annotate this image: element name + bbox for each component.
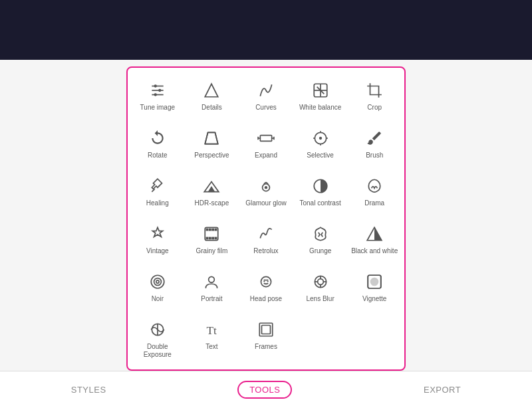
tool-details-label: Details	[201, 104, 222, 112]
tune-icon	[147, 80, 168, 101]
tool-grunge[interactable]: Grunge	[294, 218, 347, 264]
svg-point-52	[371, 278, 378, 286]
svg-rect-35	[212, 237, 213, 239]
perspective-icon	[201, 128, 222, 149]
tool-noir[interactable]: Noir	[131, 266, 184, 312]
tool-vintage-label: Vintage	[146, 247, 169, 255]
svg-text:Tt: Tt	[207, 324, 217, 337]
tool-expand[interactable]: Expand	[239, 122, 293, 169]
hdr-icon	[201, 175, 222, 197]
tab-styles[interactable]: STYLES	[61, 382, 117, 397]
tool-lens-blur-label: Lens Blur	[306, 295, 334, 303]
tab-tools[interactable]: TOOLS	[237, 381, 292, 399]
tool-grainy-film[interactable]: Grainy film	[186, 218, 239, 264]
tool-frames-label: Frames	[255, 343, 277, 351]
tool-curves-label: Curves	[255, 104, 277, 112]
brush-icon	[364, 128, 385, 149]
tool-drama[interactable]: Drama	[348, 170, 401, 217]
glamour-icon	[255, 175, 277, 197]
tool-curves[interactable]: Curves	[239, 74, 293, 121]
svg-point-38	[151, 275, 164, 288]
svg-point-41	[209, 276, 215, 282]
svg-rect-33	[207, 237, 208, 239]
tool-perspective[interactable]: Perspective	[186, 122, 239, 169]
curves-icon	[255, 80, 277, 101]
tool-healing-label: Healing	[146, 199, 169, 207]
tool-glamour-glow[interactable]: Glamour glow	[239, 170, 293, 217]
svg-point-42	[261, 276, 271, 286]
tool-tonal-label: Tonal contrast	[299, 199, 340, 207]
tool-portrait[interactable]: Portrait	[186, 266, 239, 312]
svg-point-4	[158, 89, 161, 92]
tool-head-pose[interactable]: Head pose	[239, 266, 293, 312]
tool-retrolux[interactable]: Retrolux	[239, 218, 293, 264]
tool-vignette[interactable]: Vignette	[348, 266, 401, 312]
svg-rect-34	[209, 237, 211, 239]
svg-point-17	[319, 137, 321, 140]
tool-rotate[interactable]: Rotate	[131, 122, 184, 169]
head-pose-icon	[255, 271, 277, 292]
tool-details[interactable]: Details	[186, 74, 239, 121]
tool-text-label: Text	[205, 343, 217, 351]
tool-selective[interactable]: Selective	[294, 122, 347, 169]
tool-noir-label: Noir	[152, 295, 164, 303]
svg-point-39	[154, 278, 161, 286]
drama-icon	[364, 175, 385, 197]
svg-rect-32	[215, 229, 217, 230]
svg-rect-31	[212, 229, 213, 230]
tool-white-balance[interactable]: White balance	[294, 74, 347, 121]
grunge-icon	[310, 223, 331, 245]
tool-portrait-label: Portrait	[201, 295, 222, 303]
tool-perspective-label: Perspective	[194, 152, 229, 159]
svg-rect-13	[260, 136, 271, 142]
selective-icon	[310, 128, 331, 149]
crop-icon	[364, 80, 385, 101]
svg-point-44	[267, 280, 269, 282]
tool-healing[interactable]: Healing	[131, 170, 184, 217]
tool-brush[interactable]: Brush	[348, 122, 401, 169]
text-icon: Tt	[201, 319, 222, 340]
frames-icon	[255, 319, 277, 340]
svg-line-10	[215, 132, 218, 144]
tool-brush-label: Brush	[366, 152, 383, 159]
vintage-icon	[147, 223, 168, 245]
tool-hdr-scape[interactable]: HDR-scape	[186, 170, 239, 217]
tool-tonal-contrast[interactable]: Tonal contrast	[294, 170, 347, 217]
tab-export[interactable]: EXPORT	[413, 382, 471, 397]
lens-blur-icon	[310, 271, 331, 292]
svg-point-5	[154, 93, 156, 96]
noir-icon	[147, 271, 168, 292]
svg-rect-58	[261, 326, 270, 334]
tool-grunge-label: Grunge	[309, 247, 331, 255]
double-exposure-icon	[147, 319, 168, 340]
main-content: Tune image Details Curves White balance	[0, 60, 532, 371]
tool-lens-blur[interactable]: Lens Blur	[294, 266, 347, 312]
image-preview	[0, 0, 532, 60]
svg-point-40	[156, 280, 159, 283]
tool-frames[interactable]: Frames	[239, 314, 293, 363]
tool-rotate-label: Rotate	[148, 152, 167, 159]
tool-tune-image[interactable]: Tune image	[131, 74, 184, 121]
tool-vintage[interactable]: Vintage	[131, 218, 184, 264]
tonal-icon	[310, 175, 331, 197]
details-icon	[201, 80, 222, 101]
tool-tune-image-label: Tune image	[140, 104, 175, 112]
tool-text[interactable]: Tt Text	[186, 314, 239, 363]
tool-hdr-label: HDR-scape	[195, 199, 229, 207]
tool-drama-label: Drama	[364, 199, 384, 207]
tool-double-exposure-label: Double Exposure	[134, 343, 182, 359]
tools-panel: Tune image Details Curves White balance	[126, 66, 406, 371]
tool-double-exposure[interactable]: Double Exposure	[131, 314, 184, 363]
tool-bw-label: Black and white	[351, 247, 398, 255]
svg-point-26	[265, 186, 267, 189]
tool-vignette-label: Vignette	[362, 295, 387, 303]
tool-retrolux-label: Retrolux	[253, 247, 278, 255]
svg-rect-36	[215, 237, 217, 239]
white-balance-icon	[310, 80, 331, 101]
healing-icon	[147, 175, 168, 197]
tool-crop-label: Crop	[367, 104, 382, 112]
tool-black-white[interactable]: Black and white	[348, 218, 401, 264]
tool-crop[interactable]: Crop	[348, 74, 401, 121]
tool-selective-label: Selective	[307, 152, 334, 159]
tool-grainy-label: Grainy film	[196, 247, 227, 255]
